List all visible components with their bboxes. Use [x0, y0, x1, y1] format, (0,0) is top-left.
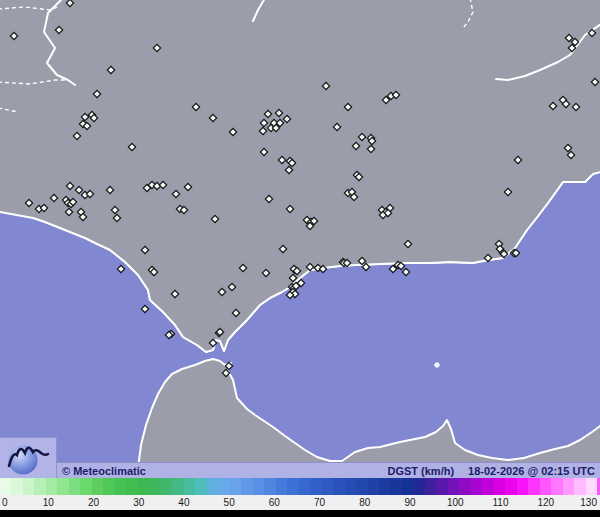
legend-color-block [264, 478, 275, 495]
legend-color-block [333, 478, 344, 495]
legend-color-block [69, 478, 80, 495]
legend-color-block [57, 478, 68, 495]
legend-color-block [574, 478, 585, 495]
legend-color-block [425, 478, 436, 495]
legend-color-block [253, 478, 264, 495]
timestamp-label: 18-02-2026 @ 02:15 UTC [468, 465, 595, 477]
legend-tick-60: 60 [269, 496, 280, 509]
legend-color-block [149, 478, 160, 495]
status-bar: © Meteoclimatic DGST (km/h) 18-02-2026 @… [0, 462, 600, 478]
legend-color-block [528, 478, 539, 495]
meteoclimatic-wave-ball-logo [0, 438, 55, 477]
legend-tick-labels: 0102030405060708090100110120130 [0, 495, 600, 510]
legend-tick-130: 130 [580, 496, 597, 509]
legend-color-block [23, 478, 34, 495]
legend-color-block [172, 478, 183, 495]
legend-color-block [517, 478, 528, 495]
legend-color-block [494, 478, 505, 495]
legend-color-block [448, 478, 459, 495]
map-canvas [0, 0, 600, 462]
legend-color-block [46, 478, 57, 495]
legend-color-block [11, 478, 22, 495]
legend-color-block [207, 478, 218, 495]
legend-tick-30: 30 [133, 496, 144, 509]
legend-color-block [586, 478, 597, 495]
legend-tick-120: 120 [537, 496, 554, 509]
legend-tick-70: 70 [314, 496, 325, 509]
legend-tick-10: 10 [43, 496, 54, 509]
legend-footer-strip [0, 510, 600, 517]
legend-color-block [126, 478, 137, 495]
legend-color-block [34, 478, 45, 495]
legend-tick-50: 50 [224, 496, 235, 509]
legend-color-block [184, 478, 195, 495]
legend-color-block [138, 478, 149, 495]
legend-color-block [436, 478, 447, 495]
legend-color-block [103, 478, 114, 495]
legend-color-block [379, 478, 390, 495]
legend-color-block [0, 478, 11, 495]
legend-tick-40: 40 [178, 496, 189, 509]
legend-tick-80: 80 [359, 496, 370, 509]
legend-color-block [218, 478, 229, 495]
legend-color-block [241, 478, 252, 495]
legend-color-block [356, 478, 367, 495]
alboran-islet [435, 363, 440, 368]
legend-color-block [195, 478, 206, 495]
legend-color-block [551, 478, 562, 495]
legend-color-block [413, 478, 424, 495]
legend-color-block [287, 478, 298, 495]
legend-tick-90: 90 [405, 496, 416, 509]
legend-color-block [161, 478, 172, 495]
map-layers [0, 0, 600, 462]
legend-color-block [471, 478, 482, 495]
legend-color-block [92, 478, 103, 495]
legend-color-block [310, 478, 321, 495]
legend-color-block [402, 478, 413, 495]
legend-color-block [505, 478, 516, 495]
product-datetime: DGST (km/h) 18-02-2026 @ 02:15 UTC [387, 465, 595, 477]
legend-color-block [276, 478, 287, 495]
legend-color-block [115, 478, 126, 495]
legend-color-block [459, 478, 470, 495]
legend-color-block [482, 478, 493, 495]
legend-tick-100: 100 [447, 496, 464, 509]
legend-color-scale [0, 478, 600, 495]
legend-color-block [299, 478, 310, 495]
product-label: DGST (km/h) [387, 465, 454, 477]
copyright-label: © Meteoclimatic [62, 465, 146, 477]
legend-color-block [540, 478, 551, 495]
legend-color-block [345, 478, 356, 495]
legend-color-block [368, 478, 379, 495]
legend-color-block [563, 478, 574, 495]
legend-color-block [322, 478, 333, 495]
legend-tick-0: 0 [2, 496, 8, 509]
meteoclimatic-logo-box [0, 437, 57, 478]
legend-color-block [80, 478, 91, 495]
legend-tick-110: 110 [493, 496, 509, 509]
legend-color-block [390, 478, 401, 495]
legend-tick-20: 20 [88, 496, 99, 509]
legend-color-block [230, 478, 241, 495]
weather-map-page: © Meteoclimatic DGST (km/h) 18-02-2026 @… [0, 0, 600, 517]
